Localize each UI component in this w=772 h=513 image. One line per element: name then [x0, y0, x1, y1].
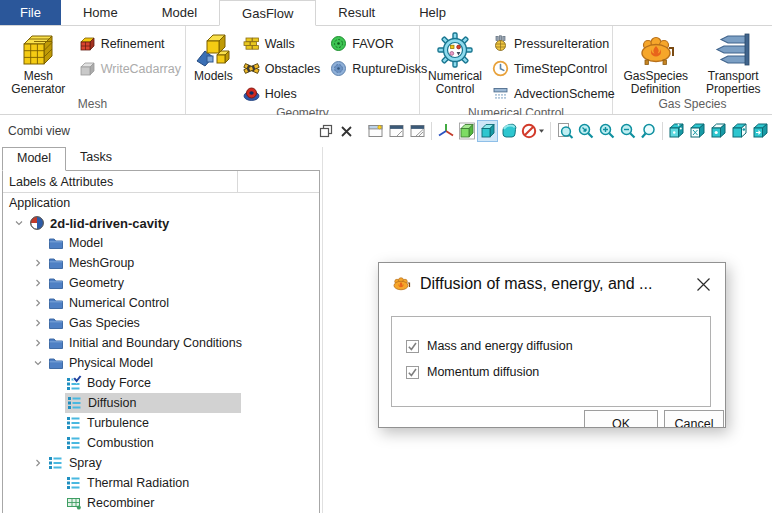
gas-species-definition-label: GasSpecies Definition — [621, 70, 690, 96]
transport-properties-button[interactable]: Transport Properties — [698, 29, 768, 97]
folder-icon — [47, 315, 64, 331]
zoom-in-icon[interactable] — [596, 120, 617, 142]
momentum-diffusion-checkbox[interactable] — [406, 366, 419, 379]
walls-icon — [243, 35, 260, 52]
view-left-icon[interactable] — [729, 120, 750, 142]
close-panel-icon[interactable] — [336, 120, 357, 142]
view-front-icon[interactable] — [687, 120, 708, 142]
wireframe-cube-icon[interactable] — [456, 120, 477, 142]
tree-item-geometry[interactable]: Geometry — [3, 273, 319, 293]
diffusion-dialog: Diffusion of mass, energy, and ... Mass … — [378, 262, 726, 428]
chevron-right-icon[interactable] — [29, 275, 47, 291]
chevron-down-icon[interactable] — [29, 355, 47, 371]
tree-item-combustion[interactable]: Combustion — [3, 433, 319, 453]
pressure-iteration-icon — [492, 35, 509, 52]
walls-button[interactable]: Walls — [243, 31, 321, 56]
chevron-right-icon[interactable] — [29, 295, 47, 311]
holes-button[interactable]: Holes — [243, 81, 321, 106]
tree-item-turbulence[interactable]: Turbulence — [3, 413, 319, 433]
tree-item-body-force[interactable]: Body Force — [3, 373, 319, 393]
tab-model[interactable]: Model — [140, 0, 219, 25]
favor-button[interactable]: FAVOR — [330, 31, 427, 56]
tab-help[interactable]: Help — [397, 0, 468, 25]
mesh-generator-button[interactable]: Mesh Generator — [6, 29, 71, 97]
holes-icon — [243, 85, 260, 102]
case-sphere-icon — [28, 215, 45, 231]
new-view-window-icon[interactable] — [365, 120, 386, 142]
models-button[interactable]: Models — [192, 29, 235, 84]
view-right-icon[interactable] — [750, 120, 771, 142]
tree-item-model[interactable]: Model — [3, 233, 319, 253]
folder-icon — [47, 235, 64, 251]
tab-home[interactable]: Home — [61, 0, 140, 25]
panel-tab-tasks[interactable]: Tasks — [66, 147, 126, 171]
refinement-button[interactable]: Refinement — [79, 31, 181, 56]
tab-result[interactable]: Result — [316, 0, 397, 25]
momentum-diffusion-option[interactable]: Momentum diffusion — [406, 365, 539, 379]
advection-scheme-label: AdvectionScheme — [514, 87, 615, 101]
tree-item-gas-species[interactable]: Gas Species — [3, 313, 319, 333]
time-step-control-button[interactable]: TimeStepControl — [492, 56, 615, 81]
panel-tab-model[interactable]: Model — [2, 147, 66, 171]
ribbon-group-mesh: Mesh Generator Refinement — [0, 26, 186, 114]
hide-objects-icon[interactable] — [519, 120, 547, 142]
cascade-windows-icon[interactable] — [407, 120, 428, 142]
cancel-button[interactable]: Cancel — [664, 410, 724, 428]
models-label: Models — [194, 70, 233, 83]
view-top-icon[interactable] — [708, 120, 729, 142]
holes-label: Holes — [265, 87, 297, 101]
folder-icon — [47, 255, 64, 271]
chevron-right-icon[interactable] — [29, 315, 47, 331]
tab-gasflow[interactable]: GasFlow — [219, 0, 316, 26]
dialog-title-bar[interactable]: Diffusion of mass, energy, and ... — [379, 263, 725, 305]
tree-item-recombiner[interactable]: Recombiner — [3, 493, 319, 513]
axis-triad-icon[interactable] — [435, 120, 456, 142]
zoom-out-icon[interactable] — [617, 120, 638, 142]
ok-button[interactable]: OK — [584, 410, 658, 428]
time-step-control-label: TimeStepControl — [514, 62, 607, 76]
numerical-control-button[interactable]: Numerical Control — [426, 29, 484, 97]
write-cadarray-icon — [79, 60, 96, 77]
favor-icon — [330, 35, 347, 52]
mesh-generator-icon — [20, 30, 56, 70]
tree-item-thermal-radiation[interactable]: Thermal Radiation — [3, 473, 319, 493]
dialog-close-icon[interactable] — [695, 276, 712, 293]
model-item-checked-icon — [65, 375, 82, 391]
chevron-right-icon[interactable] — [29, 255, 47, 271]
view-iso-icon[interactable] — [666, 120, 687, 142]
model-item-icon — [47, 455, 64, 471]
rupture-disks-button[interactable]: RuptureDisks — [330, 56, 427, 81]
chevron-right-icon[interactable] — [29, 335, 47, 351]
tree-item-initial-boundary-conditions[interactable]: Initial and Boundary Conditions — [3, 333, 319, 353]
zoom-window-icon[interactable] — [638, 120, 659, 142]
ribbon-tab-bar: File Home Model GasFlow Result Help — [0, 0, 772, 26]
tree-item-numerical-control[interactable]: Numerical Control — [3, 293, 319, 313]
tile-windows-icon[interactable] — [386, 120, 407, 142]
float-panel-icon[interactable] — [315, 120, 336, 142]
favor-label: FAVOR — [352, 37, 393, 51]
tree-item-physical-model[interactable]: Physical Model — [3, 353, 319, 373]
tree-item-meshgroup[interactable]: MeshGroup — [3, 253, 319, 273]
zoom-fit-icon[interactable] — [554, 120, 575, 142]
tree-item-case-root[interactable]: 2d-lid-driven-cavity — [3, 213, 319, 233]
mass-energy-diffusion-label: Mass and energy diffusion — [427, 339, 573, 353]
zoom-select-icon[interactable] — [575, 120, 596, 142]
model-item-icon — [65, 415, 82, 431]
ribbon: Mesh Generator Refinement — [0, 26, 772, 115]
shaded-cube-icon[interactable] — [477, 120, 498, 142]
chevron-down-icon[interactable] — [10, 215, 28, 231]
tree-item-spray[interactable]: Spray — [3, 453, 319, 473]
tab-file[interactable]: File — [0, 0, 61, 25]
tree-item-diffusion[interactable]: Diffusion — [3, 393, 319, 413]
chevron-right-icon[interactable] — [29, 455, 47, 471]
pressure-iteration-button[interactable]: PressureIteration — [492, 31, 615, 56]
model-item-icon — [66, 395, 83, 411]
model-item-icon — [65, 435, 82, 451]
obstacles-button[interactable]: Obstacles — [243, 56, 321, 81]
mass-energy-diffusion-option[interactable]: Mass and energy diffusion — [406, 339, 573, 353]
tree-item-application[interactable]: Application — [3, 193, 319, 213]
advection-scheme-button[interactable]: AdvectionScheme — [492, 81, 615, 106]
smooth-cube-icon[interactable] — [498, 120, 519, 142]
mass-energy-diffusion-checkbox[interactable] — [406, 340, 419, 353]
gas-species-definition-button[interactable]: GasSpecies Definition — [619, 29, 692, 97]
